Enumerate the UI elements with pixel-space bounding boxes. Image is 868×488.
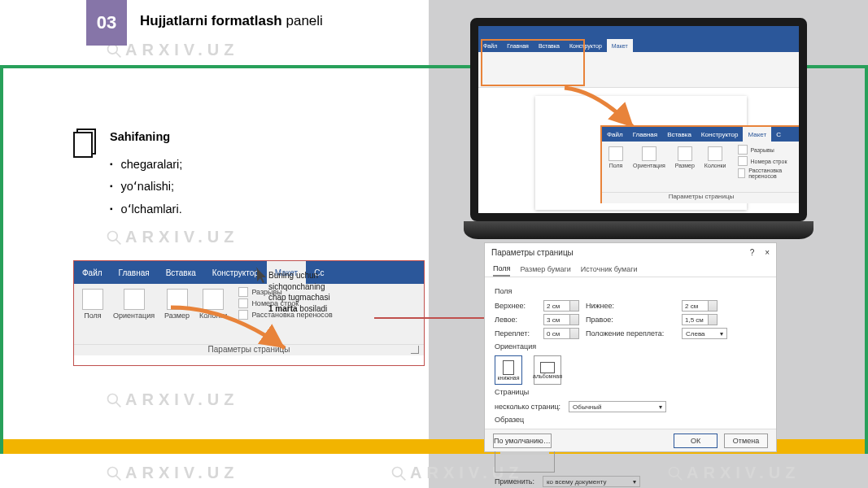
word-titlebar xyxy=(478,26,799,39)
orient-landscape[interactable]: альбомная xyxy=(534,355,561,385)
dialog-tab-paper[interactable]: Размер бумаги xyxy=(520,261,570,277)
default-button[interactable]: По умолчанию… xyxy=(493,434,552,448)
dialog-close-icon[interactable]: × xyxy=(765,248,770,257)
label-right: Правое: xyxy=(586,316,675,324)
label-gutter-pos: Положение переплета: xyxy=(586,329,675,338)
dialog-tabs: Поля Размер бумаги Источник бумаги xyxy=(485,261,776,277)
ok-button[interactable]: ОК xyxy=(674,434,718,448)
dialog-tab-source[interactable]: Источник бумаги xyxy=(581,261,638,277)
svg-point-6 xyxy=(108,467,118,477)
laptop-mock: Файл Главная Вставка Конструктор Макет Ф… xyxy=(464,18,813,254)
dialog-titlebar: Параметры страницы ? × xyxy=(485,243,776,261)
section-preview: Образец xyxy=(495,416,766,424)
dialog-title: Параметры страницы xyxy=(491,248,574,257)
info-item: oʻlchamlari. xyxy=(110,198,370,221)
click-instruction: Buning uchun sichqonchaning chap tugmach… xyxy=(268,270,399,314)
info-list: Sahifaning chegaralari; yoʻnalishi; oʻlc… xyxy=(110,126,370,220)
info-title: Sahifaning xyxy=(110,126,370,149)
spin-gutter[interactable]: 0 см xyxy=(543,328,579,339)
orientation-icon xyxy=(124,289,145,310)
label-top: Верхнее: xyxy=(495,302,537,310)
dialog-tab-margins[interactable]: Поля xyxy=(493,261,510,277)
spin-bottom[interactable]: 2 см xyxy=(682,300,718,312)
svg-line-1 xyxy=(116,52,121,57)
dialog-footer: По умолчанию… ОК Отмена xyxy=(485,429,776,451)
ribbon-tab-file[interactable]: Файл xyxy=(74,261,111,284)
select-gutter-pos[interactable]: Слева xyxy=(682,328,727,339)
spin-right[interactable]: 1,5 см xyxy=(682,314,718,325)
ribbon-item-columns[interactable]: Колонки xyxy=(701,145,730,189)
spin-top[interactable]: 2 см xyxy=(543,300,579,312)
ribbon-group-caption: Параметры страницы xyxy=(602,192,800,203)
dialog-help-icon[interactable]: ? xyxy=(750,248,755,257)
label-gutter: Переплет: xyxy=(495,329,537,338)
laptop-screen: Файл Главная Вставка Конструктор Макет Ф… xyxy=(470,18,807,221)
document-icon xyxy=(72,128,100,168)
select-pages[interactable]: Обычный xyxy=(569,401,666,412)
section-orientation: Ориентация xyxy=(495,342,766,351)
svg-point-8 xyxy=(393,467,403,477)
orient-portrait[interactable]: книжная xyxy=(495,355,522,385)
svg-line-9 xyxy=(401,475,406,480)
svg-line-7 xyxy=(116,475,121,480)
label-apply: Применить: xyxy=(495,477,534,486)
label-left: Левое: xyxy=(495,316,537,324)
ribbon-callout: Файл Главная Вставка Конструктор Макет С… xyxy=(600,125,802,203)
watermark: ARXIV.UZ xyxy=(106,464,239,482)
ribbon-item-orientation[interactable]: Ориентация xyxy=(630,145,669,189)
section-pages: Страницы xyxy=(495,388,766,396)
svg-rect-15 xyxy=(74,133,92,157)
ribbon-item-margins[interactable]: Поля xyxy=(605,145,626,189)
label-pages: несколько страниц: xyxy=(495,403,560,411)
ribbon-tab-insert[interactable]: Вставка xyxy=(158,261,204,284)
section-number-badge: 03 xyxy=(86,0,127,46)
label-bottom: Нижнее: xyxy=(586,302,675,310)
cursor-icon xyxy=(254,267,270,290)
section-margins: Поля xyxy=(495,287,766,295)
page-title: Hujjatlarni formatlash paneli xyxy=(140,13,323,29)
connector-arrow xyxy=(374,317,488,319)
ribbon-tab-home[interactable]: Главная xyxy=(111,261,158,284)
highlight-box xyxy=(481,39,585,86)
select-apply[interactable]: ко всему документу xyxy=(543,476,640,487)
page-setup-dialog: Параметры страницы ? × Поля Размер бумаг… xyxy=(484,242,777,452)
ribbon-item-size[interactable]: Размер xyxy=(672,145,698,189)
dialog-launcher-icon[interactable] xyxy=(411,346,419,354)
info-item: chegaralari; xyxy=(110,154,370,176)
laptop-base xyxy=(464,221,813,239)
dialog-body: Поля Верхнее: 2 см Нижнее: 2 см Левое: 3… xyxy=(485,277,776,488)
info-item: yoʻnalishi; xyxy=(110,176,370,198)
margins-icon xyxy=(82,289,103,310)
spin-left[interactable]: 3 см xyxy=(543,314,579,325)
cancel-button[interactable]: Отмена xyxy=(724,434,768,448)
